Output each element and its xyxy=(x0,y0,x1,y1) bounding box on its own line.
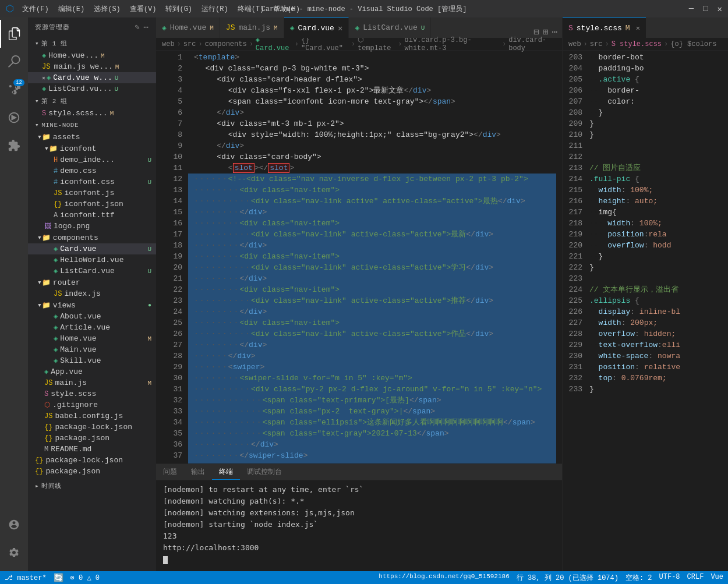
code-line[interactable]: ········</swiper-slide> xyxy=(188,450,556,461)
window-controls[interactable]: ─ □ ✕ xyxy=(689,4,722,14)
eol-status[interactable]: CRLF xyxy=(687,573,704,583)
code-line[interactable]: <slot></slot> xyxy=(188,162,556,174)
open-editors-group2[interactable]: ▾ 第 2 组 xyxy=(28,94,156,108)
terminal-tab-problems[interactable]: 问题 xyxy=(156,465,184,479)
tree-main-js[interactable]: JS main.js M xyxy=(28,377,156,388)
tree-pkg-json[interactable]: {} package.json xyxy=(28,433,156,444)
code-line[interactable]: ········</div> xyxy=(188,306,556,317)
tree-home-vue[interactable]: ◈ Home.vue M xyxy=(28,333,156,344)
tree-style-scss[interactable]: S style.scss xyxy=(28,388,156,399)
tree-babel-config[interactable]: JS babel.config.js xyxy=(28,410,156,422)
code-line[interactable]: </div> xyxy=(188,140,556,151)
minimize-button[interactable]: ─ xyxy=(689,4,694,14)
code-line[interactable]: <div class="card p-3 bg-white mt-3"> xyxy=(188,63,556,74)
right-bc-item[interactable]: {o} $colors xyxy=(670,40,716,48)
activity-search[interactable] xyxy=(0,48,28,76)
tree-iconfont[interactable]: ▾ 📁 iconfont xyxy=(28,143,156,154)
tab-close[interactable]: ✕ xyxy=(636,24,640,33)
code-line[interactable]: ······<swiper> xyxy=(188,362,556,373)
language-status[interactable]: Vue xyxy=(711,573,723,583)
code-line[interactable]: ··········<div class="nav-link" active-c… xyxy=(188,229,556,240)
tree-readme[interactable]: M README.md xyxy=(28,444,156,455)
code-line[interactable]: <span class="iconfont icon-more text-gra… xyxy=(188,96,556,107)
code-line[interactable]: <div class="fs-xxl flex-1 px-2">最新文章</di… xyxy=(188,85,556,96)
code-line[interactable]: ··········<div class="nav-link" active-c… xyxy=(188,295,556,306)
code-line[interactable]: ············<span class="px-2 text-gray"… xyxy=(188,406,556,417)
code-line[interactable]: ··········<div class="nav-link" active-c… xyxy=(188,328,556,339)
code-line[interactable]: ········</div> xyxy=(188,273,556,284)
timeline-section[interactable]: ▸ 时间线 xyxy=(28,479,156,493)
activity-settings[interactable] xyxy=(0,539,28,567)
close-button[interactable]: ✕ xyxy=(718,4,722,14)
code-line[interactable]: ········</div> xyxy=(188,240,556,251)
code-line[interactable]: ··········<div class="nav-link" active-c… xyxy=(188,262,556,273)
code-line[interactable]: ········<div class="nav-item"> xyxy=(188,185,556,196)
right-bc-item[interactable]: web xyxy=(568,40,581,48)
menu-item[interactable]: 运行(R) xyxy=(198,3,232,15)
breadcrumb-item[interactable]: web xyxy=(162,40,175,48)
tab-home-vue[interactable]: ◈ Home.vue M xyxy=(156,17,220,38)
tab-main-js[interactable]: JS main.js M xyxy=(220,17,284,38)
menu-item[interactable]: 查看(V) xyxy=(126,3,160,15)
activity-explorer[interactable] xyxy=(0,20,28,48)
error-status[interactable]: ⊗ 0 △ 0 xyxy=(70,574,100,582)
sidebar-actions[interactable]: ✎ ⋯ xyxy=(135,22,149,32)
code-line[interactable]: <div class="card-body"> xyxy=(188,151,556,162)
code-line[interactable]: <template> xyxy=(188,52,556,63)
maximize-button[interactable]: □ xyxy=(703,4,708,14)
open-editor-listcard-vue[interactable]: ◈ ListCard.vu... U xyxy=(28,83,156,94)
code-line[interactable]: ········<div class="nav-item"> xyxy=(188,218,556,229)
encoding-status[interactable]: UTF-8 xyxy=(659,573,680,583)
open-editor-main-js[interactable]: JS main.js we... M xyxy=(28,61,156,72)
tree-app-vue[interactable]: ◈ App.vue xyxy=(28,366,156,377)
menu-item[interactable]: 文件(F) xyxy=(19,3,52,15)
code-line[interactable]: ············<span class="text-primary">[… xyxy=(188,395,556,406)
code-area[interactable]: <template> <div class="card p-3 bg-white… xyxy=(188,51,556,463)
menu-item[interactable]: 编辑(E) xyxy=(55,3,89,15)
right-tab-style-scss[interactable]: S style.scss M ✕ xyxy=(563,17,646,38)
tree-router[interactable]: ▾ 📁 router xyxy=(28,277,156,288)
menu-item[interactable]: 转到(G) xyxy=(162,3,196,15)
tree-root-pkg-lock[interactable]: {} package-lock.json xyxy=(28,455,156,466)
activity-account[interactable] xyxy=(0,511,28,539)
code-line[interactable]: ··········<div class="nav-link active" a… xyxy=(188,196,556,207)
breadcrumb-item[interactable]: {} "Card.vue" xyxy=(301,36,349,52)
tree-helloworld-vue[interactable]: ◈ HelloWorld.vue xyxy=(28,254,156,266)
code-line[interactable]: ··········<div class="py-2 px-2 d-flex j… xyxy=(188,384,556,395)
code-line[interactable]: <div class="mt-3 mb-1 px-2"> xyxy=(188,118,556,129)
terminal-content[interactable]: [nodemon] to restart at any time, enter … xyxy=(156,480,562,571)
activity-extensions[interactable] xyxy=(0,132,28,160)
right-bc-item[interactable]: S style.scss xyxy=(612,40,662,48)
menu-bar[interactable]: 文件(F)编辑(E)选择(S)查看(V)转到(G)运行(R)终端(T)帮助(H) xyxy=(19,3,303,15)
project-section[interactable]: ▾ MINE-NODE xyxy=(28,119,156,131)
new-file-icon[interactable]: ✎ xyxy=(135,22,140,32)
terminal-tab-terminal[interactable]: 终端 xyxy=(212,465,240,480)
tree-listcard-vue[interactable]: ◈ ListCard.vue U xyxy=(28,266,156,277)
tree-demo-index[interactable]: H demo_inde... U xyxy=(28,154,156,165)
tree-card-vue[interactable]: ◈ Card.vue U xyxy=(28,243,156,254)
open-editor-style-scss[interactable]: S style.scss... M xyxy=(28,108,156,119)
code-line[interactable]: ········<div class="nav-item"> xyxy=(188,251,556,262)
tab-close-button[interactable]: ✕ xyxy=(338,23,342,33)
tree-iconfont-css[interactable]: # iconfont.css U xyxy=(28,176,156,187)
git-branch-status[interactable]: ⎇ master* xyxy=(5,574,47,582)
tree-views[interactable]: ▾ 📁 views ● xyxy=(28,299,156,311)
code-line[interactable]: ········</div> xyxy=(188,207,556,218)
tree-assets[interactable]: ▾ 📁 assets xyxy=(28,131,156,143)
code-line[interactable]: ············<span class="text-gray">2021… xyxy=(188,428,556,439)
tree-components[interactable]: ▾ 📁 components xyxy=(28,232,156,243)
breadcrumb-item[interactable]: div.card-body xyxy=(508,36,556,52)
tree-iconfont-json[interactable]: {} iconfont.json xyxy=(28,199,156,210)
tab-card-vue[interactable]: ◈ Card.vue ✕ xyxy=(284,17,349,38)
open-editor-card-vue[interactable]: ✕ ◈ Card.vue w... U xyxy=(28,72,156,83)
activity-source-control[interactable]: 12 xyxy=(0,76,28,104)
code-line[interactable]: ······</div> xyxy=(188,351,556,362)
code-line[interactable]: <div class="card-header d-flex"> xyxy=(188,74,556,85)
code-line[interactable]: ········<swiper-slide v-for="m in 5" :ke… xyxy=(188,373,556,384)
breadcrumb-item[interactable]: ◈ Card.vue xyxy=(256,36,292,52)
tab-listcard-vue[interactable]: ◈ ListCard.vue U xyxy=(349,17,431,38)
tree-router-index[interactable]: JS index.js xyxy=(28,288,156,299)
tree-iconfont-ttf[interactable]: A iconfont.ttf xyxy=(28,210,156,221)
sync-status[interactable]: 🔄 xyxy=(54,573,63,583)
tree-logo[interactable]: 🖼 logo.png xyxy=(28,221,156,232)
